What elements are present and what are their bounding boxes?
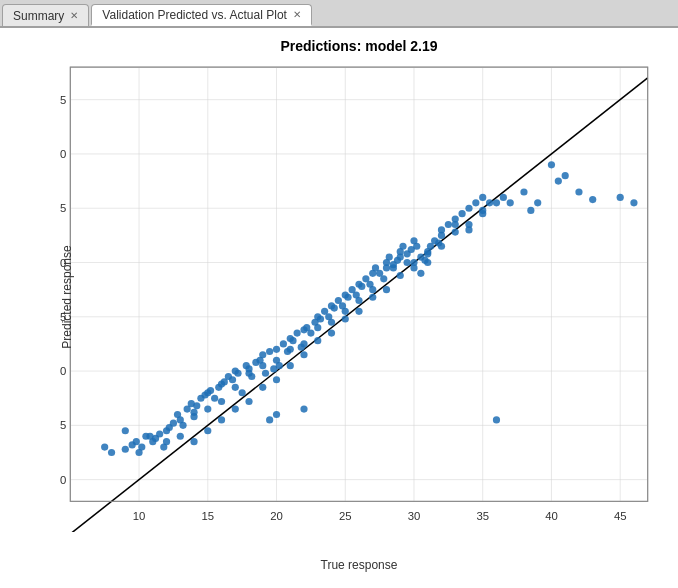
svg-point-97: [307, 330, 314, 337]
svg-text:45: 45: [60, 94, 66, 106]
x-axis-label: True response: [321, 558, 398, 572]
svg-point-105: [328, 319, 335, 326]
svg-point-81: [262, 370, 269, 377]
svg-point-51: [179, 422, 186, 429]
svg-point-190: [424, 250, 431, 257]
svg-point-95: [300, 340, 307, 347]
tab-summary-close[interactable]: ✕: [70, 11, 78, 21]
svg-point-182: [314, 337, 321, 344]
svg-point-164: [562, 172, 569, 179]
svg-text:20: 20: [270, 510, 283, 522]
svg-point-140: [424, 259, 431, 266]
svg-point-174: [204, 427, 211, 434]
svg-point-153: [479, 194, 486, 201]
svg-point-55: [190, 409, 197, 416]
chart-title: Predictions: model 2.19: [60, 38, 658, 54]
svg-point-180: [287, 362, 294, 369]
svg-point-61: [207, 387, 214, 394]
svg-point-106: [331, 305, 338, 312]
svg-point-176: [232, 405, 239, 412]
svg-point-86: [276, 362, 283, 369]
svg-point-177: [245, 398, 252, 405]
svg-point-60: [204, 405, 211, 412]
svg-point-201: [390, 264, 397, 271]
svg-point-91: [289, 337, 296, 344]
svg-point-161: [534, 199, 541, 206]
svg-point-131: [399, 243, 406, 250]
svg-point-185: [355, 308, 362, 315]
svg-point-99: [314, 324, 321, 331]
svg-point-169: [122, 427, 129, 434]
svg-point-173: [190, 438, 197, 445]
svg-point-34: [101, 443, 108, 450]
svg-point-92: [294, 330, 301, 337]
svg-point-89: [287, 346, 294, 353]
svg-point-76: [248, 373, 255, 380]
svg-point-130: [397, 254, 404, 261]
tab-validation-plot[interactable]: Validation Predicted vs. Actual Plot ✕: [91, 4, 312, 26]
tab-summary[interactable]: Summary ✕: [2, 4, 89, 26]
svg-point-160: [527, 207, 534, 214]
svg-text:10: 10: [60, 474, 66, 486]
tab-validation-plot-close[interactable]: ✕: [293, 10, 301, 20]
plot-svg: 10152025303540451015202530354045: [60, 62, 658, 532]
svg-point-193: [465, 221, 472, 228]
svg-point-183: [328, 330, 335, 337]
svg-point-188: [397, 272, 404, 279]
chart-container: Predictions: model 2.19 Predicted respon…: [0, 28, 678, 588]
svg-point-179: [273, 376, 280, 383]
svg-point-162: [548, 161, 555, 168]
svg-text:10: 10: [133, 510, 146, 522]
svg-point-167: [617, 194, 624, 201]
svg-point-195: [493, 416, 500, 423]
svg-point-197: [266, 416, 273, 423]
tab-validation-plot-label: Validation Predicted vs. Actual Plot: [102, 8, 287, 22]
svg-point-115: [355, 297, 362, 304]
svg-point-191: [438, 243, 445, 250]
svg-point-158: [507, 199, 514, 206]
svg-point-125: [383, 264, 390, 271]
svg-text:35: 35: [476, 510, 489, 522]
svg-point-62: [211, 395, 218, 402]
svg-point-68: [229, 376, 236, 383]
svg-point-194: [479, 207, 486, 214]
svg-point-145: [438, 232, 445, 239]
svg-point-82: [266, 348, 273, 355]
svg-point-189: [410, 264, 417, 271]
svg-point-166: [589, 196, 596, 203]
svg-point-181: [300, 351, 307, 358]
svg-point-184: [342, 315, 349, 322]
svg-point-71: [234, 370, 241, 377]
svg-point-168: [630, 199, 637, 206]
svg-point-198: [300, 405, 307, 412]
svg-point-79: [259, 362, 266, 369]
svg-point-136: [413, 243, 420, 250]
svg-point-110: [342, 308, 349, 315]
svg-point-44: [156, 430, 163, 437]
svg-point-123: [380, 275, 387, 282]
svg-point-186: [369, 294, 376, 301]
svg-point-149: [458, 210, 465, 217]
tab-bar: Summary ✕ Validation Predicted vs. Actua…: [0, 0, 678, 28]
svg-point-152: [472, 199, 479, 206]
svg-point-170: [146, 433, 153, 440]
svg-point-200: [404, 259, 411, 266]
svg-point-155: [486, 199, 493, 206]
svg-point-126: [386, 254, 393, 261]
svg-point-146: [445, 221, 452, 228]
svg-point-69: [232, 384, 239, 391]
svg-point-178: [259, 384, 266, 391]
svg-point-111: [344, 294, 351, 301]
svg-point-196: [273, 411, 280, 418]
svg-point-199: [417, 270, 424, 277]
svg-text:30: 30: [408, 510, 421, 522]
svg-point-175: [218, 416, 225, 423]
svg-point-187: [383, 286, 390, 293]
svg-text:15: 15: [201, 510, 214, 522]
svg-point-116: [358, 283, 365, 290]
svg-text:35: 35: [60, 202, 66, 214]
tab-summary-label: Summary: [13, 9, 64, 23]
svg-point-35: [108, 449, 115, 456]
svg-point-85: [273, 346, 280, 353]
svg-point-36: [122, 446, 129, 453]
